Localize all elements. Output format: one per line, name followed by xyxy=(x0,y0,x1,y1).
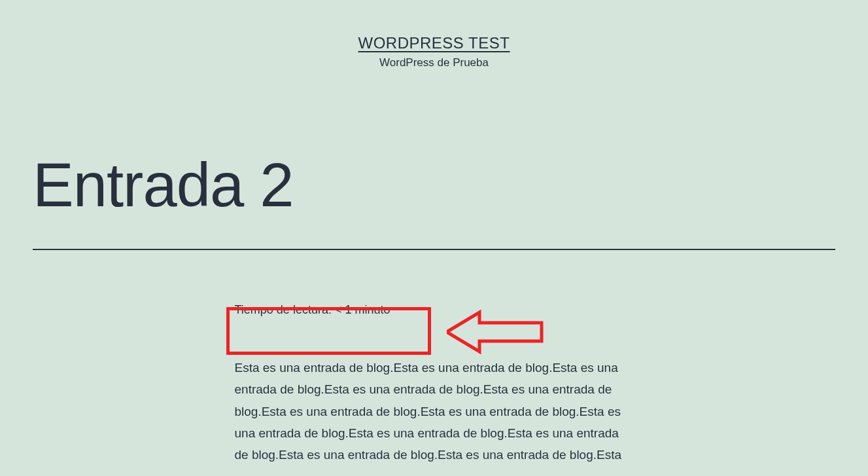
divider-container xyxy=(0,249,868,250)
reading-time-label: Tiempo de lectura: < 1 minuto xyxy=(235,301,391,319)
post-title: Entrada 2 xyxy=(33,155,835,216)
post-content: Tiempo de lectura: < 1 minuto Esta es un… xyxy=(235,301,634,466)
site-tagline: WordPress de Prueba xyxy=(0,56,868,69)
site-title-link[interactable]: WORDPRESS TEST xyxy=(0,34,868,52)
post-title-container: Entrada 2 xyxy=(0,155,868,216)
site-header: WORDPRESS TEST WordPress de Prueba xyxy=(0,0,868,69)
post-body-text: Esta es una entrada de blog.Esta es una … xyxy=(235,357,634,466)
post-divider xyxy=(33,249,835,250)
